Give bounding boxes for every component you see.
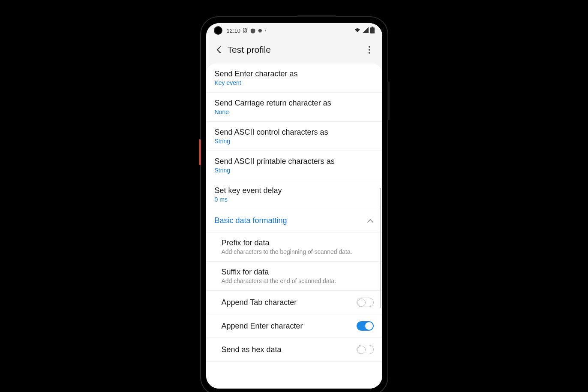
toggle-label: Append Enter character bbox=[222, 322, 303, 331]
status-time: 12:10 bbox=[227, 27, 241, 34]
status-right bbox=[354, 27, 375, 35]
location-icon: ⬤ bbox=[250, 28, 255, 33]
camera-hole bbox=[214, 26, 222, 35]
content-area: Send Enter character as Key event Send C… bbox=[206, 63, 382, 389]
setting-title: Prefix for data bbox=[222, 238, 374, 247]
toggle-switch[interactable] bbox=[357, 298, 374, 307]
scroll-indicator bbox=[380, 188, 381, 308]
status-bar: 12:10 🖼 ⬤ ⬣ · bbox=[206, 23, 382, 38]
toggle-label: Send as hex data bbox=[222, 345, 282, 354]
setting-desc: Add characters to the beginning of scann… bbox=[222, 248, 374, 255]
signal-icon bbox=[363, 27, 369, 34]
setting-prefix-data[interactable]: Prefix for data Add characters to the be… bbox=[206, 232, 382, 262]
setting-title: Suffix for data bbox=[222, 268, 374, 277]
setting-value: None bbox=[215, 109, 374, 115]
section-basic-data-formatting[interactable]: Basic data formatting bbox=[206, 209, 382, 232]
battery-icon bbox=[370, 27, 375, 35]
screen: 12:10 🖼 ⬤ ⬣ · Test bbox=[206, 23, 382, 389]
phone-frame: 12:10 🖼 ⬤ ⬣ · Test bbox=[201, 17, 387, 392]
setting-ascii-printable[interactable]: Send ASCII printable characters as Strin… bbox=[206, 151, 382, 180]
setting-value: String bbox=[215, 167, 374, 174]
svg-rect-0 bbox=[372, 27, 373, 27]
setting-value: 0 ms bbox=[215, 196, 374, 203]
volume-button bbox=[387, 81, 390, 120]
toggle-append-tab[interactable]: Append Tab character bbox=[206, 291, 382, 314]
setting-ascii-control[interactable]: Send ASCII control characters as String bbox=[206, 122, 382, 151]
setting-title: Send ASCII control characters as bbox=[215, 128, 374, 137]
setting-value: Key event bbox=[215, 79, 374, 86]
setting-send-enter[interactable]: Send Enter character as Key event bbox=[206, 63, 382, 93]
setting-desc: Add characters at the end of scanned dat… bbox=[222, 277, 374, 284]
setting-suffix-data[interactable]: Suffix for data Add characters at the en… bbox=[206, 262, 382, 291]
toggle-switch[interactable] bbox=[357, 345, 374, 354]
more-vertical-icon bbox=[369, 46, 370, 54]
status-left: 12:10 🖼 ⬤ ⬣ · bbox=[227, 27, 267, 34]
setting-carriage-return[interactable]: Send Carriage return character as None bbox=[206, 93, 382, 122]
toggle-switch[interactable] bbox=[357, 321, 374, 331]
app-bar: Test profile bbox=[206, 38, 382, 62]
setting-title: Send Enter character as bbox=[215, 69, 374, 78]
setting-value: String bbox=[215, 138, 374, 145]
setting-title: Set key event delay bbox=[215, 186, 374, 195]
setting-title: Send ASCII printable characters as bbox=[215, 157, 374, 166]
image-icon: 🖼 bbox=[243, 28, 248, 33]
back-button[interactable] bbox=[212, 43, 226, 57]
chevron-up-icon bbox=[367, 217, 374, 225]
more-notifications-dot: · bbox=[265, 28, 266, 33]
toggle-append-enter[interactable]: Append Enter character bbox=[206, 314, 382, 338]
wifi-icon bbox=[354, 27, 361, 34]
setting-key-event-delay[interactable]: Set key event delay 0 ms bbox=[206, 180, 382, 209]
setting-title: Send Carriage return character as bbox=[215, 99, 374, 108]
svg-rect-1 bbox=[370, 27, 375, 33]
more-options-button[interactable] bbox=[363, 43, 376, 57]
toggle-send-hex[interactable]: Send as hex data bbox=[206, 338, 382, 362]
section-title: Basic data formatting bbox=[215, 216, 287, 225]
page-title: Test profile bbox=[228, 45, 363, 55]
toggle-label: Append Tab character bbox=[222, 298, 297, 307]
power-button bbox=[297, 15, 336, 17]
scroll-area[interactable]: Send Enter character as Key event Send C… bbox=[206, 63, 382, 389]
shield-icon: ⬣ bbox=[258, 28, 262, 33]
side-key bbox=[199, 139, 201, 165]
